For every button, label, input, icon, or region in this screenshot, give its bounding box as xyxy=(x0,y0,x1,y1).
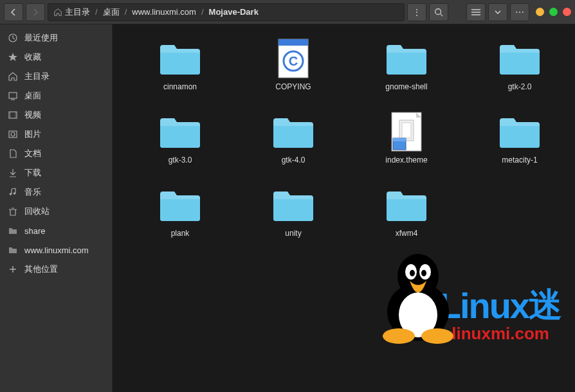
sidebar-item-label: 其他位置 xyxy=(24,263,58,275)
close-button[interactable] xyxy=(563,8,571,16)
folder-icon xyxy=(157,185,203,225)
svg-point-11 xyxy=(10,116,10,117)
list-view-button[interactable] xyxy=(466,3,486,21)
sidebar-item-star[interactable]: 收藏 xyxy=(0,48,112,67)
titlebar: 主目录 / 桌面 / www.linuxmi.com / Mojave-Dark… xyxy=(0,0,575,24)
file-item[interactable]: gnome-shell xyxy=(352,35,461,95)
svg-line-1 xyxy=(441,13,443,16)
content-area[interactable]: cinnamonCOPYINGgnome-shellgtk-2.0gtk-3.0… xyxy=(113,24,575,392)
watermark-logo: Linux迷 xyxy=(439,283,562,328)
watermark-cn: 迷 xyxy=(529,283,562,328)
tux-penguin-icon xyxy=(376,247,460,344)
list-icon xyxy=(471,8,480,16)
sidebar-item-video[interactable]: 视频 xyxy=(0,105,112,125)
chevron-down-icon xyxy=(495,10,501,14)
breadcrumb-segment[interactable]: 主目录 xyxy=(64,6,91,18)
home-icon xyxy=(53,8,62,17)
svg-point-16 xyxy=(11,132,15,136)
folder-icon xyxy=(497,39,543,78)
trash-icon xyxy=(8,206,18,217)
dots-vertical-icon: ⋮ xyxy=(412,7,421,17)
minimize-button[interactable] xyxy=(536,8,544,16)
clock-icon xyxy=(8,33,18,43)
file-icon xyxy=(383,112,430,152)
sidebar-item-plus[interactable]: 其他位置 xyxy=(0,260,112,279)
svg-rect-6 xyxy=(9,93,17,98)
file-label: gtk-3.0 xyxy=(169,156,192,165)
documents-icon xyxy=(8,148,18,159)
maximize-button[interactable] xyxy=(549,8,558,16)
file-item[interactable]: plank xyxy=(125,181,235,242)
home-icon xyxy=(8,71,18,82)
video-icon xyxy=(8,110,18,120)
folder-icon xyxy=(8,245,18,255)
svg-point-22 xyxy=(405,264,417,280)
folder-icon xyxy=(8,226,18,236)
folder-icon xyxy=(497,112,543,152)
sidebar-item-label: 桌面 xyxy=(24,90,41,102)
file-item[interactable]: COPYING xyxy=(239,35,348,95)
pictures-icon xyxy=(8,129,18,139)
breadcrumb-segment[interactable]: 桌面 xyxy=(102,6,121,18)
forward-button[interactable] xyxy=(26,3,45,21)
file-item[interactable]: gtk-3.0 xyxy=(125,108,235,168)
file-item[interactable]: xfwm4 xyxy=(352,181,461,242)
svg-point-25 xyxy=(421,270,426,276)
sidebar-item-label: 图片 xyxy=(24,129,41,140)
svg-point-14 xyxy=(15,116,15,117)
file-manager-window: 主目录 / 桌面 / www.linuxmi.com / Mojave-Dark… xyxy=(0,0,575,392)
file-label: cinnamon xyxy=(163,82,197,91)
sidebar-item-documents[interactable]: 文档 xyxy=(0,144,112,163)
svg-point-20 xyxy=(397,254,439,299)
svg-point-21 xyxy=(399,292,437,337)
folder-icon xyxy=(383,185,430,225)
sidebar-item-home[interactable]: 主目录 xyxy=(0,67,112,86)
more-vertical-button[interactable]: ⋮ xyxy=(407,3,426,21)
breadcrumb-separator: / xyxy=(93,7,100,17)
file-label: unity xyxy=(285,229,301,238)
file-item[interactable]: gtk-4.0 xyxy=(239,108,348,168)
file-label: metacity-1 xyxy=(502,156,537,165)
svg-point-9 xyxy=(10,112,10,113)
sidebar-item-label: 下载 xyxy=(24,167,41,179)
folder-icon xyxy=(383,39,430,78)
sidebar-item-trash[interactable]: 回收站 xyxy=(0,202,112,221)
breadcrumb-separator: / xyxy=(199,7,206,17)
sidebar-item-download[interactable]: 下载 xyxy=(0,163,112,183)
sidebar-item-music[interactable]: 音乐 xyxy=(0,183,112,202)
plus-icon xyxy=(8,264,18,274)
breadcrumb[interactable]: 主目录 / 桌面 / www.linuxmi.com / Mojave-Dark xyxy=(48,3,405,21)
sidebar-item-pictures[interactable]: 图片 xyxy=(0,125,112,144)
menu-button[interactable]: ⋯ xyxy=(510,3,529,21)
folder-icon xyxy=(270,112,316,152)
file-item[interactable]: cinnamon xyxy=(125,35,235,95)
svg-point-13 xyxy=(15,114,15,115)
sidebar-item-desktop[interactable]: 桌面 xyxy=(0,86,112,105)
breadcrumb-segment[interactable]: www.linuxmi.com xyxy=(131,7,197,17)
view-dropdown-button[interactable] xyxy=(488,3,507,21)
chevron-right-icon xyxy=(32,8,39,16)
back-button[interactable] xyxy=(4,3,23,21)
sidebar-item-label: 文档 xyxy=(24,148,41,159)
file-item[interactable]: gtk-2.0 xyxy=(465,35,574,95)
file-item[interactable]: metacity-1 xyxy=(465,108,574,168)
sidebar-item-clock[interactable]: 最近使用 xyxy=(0,28,112,48)
svg-point-23 xyxy=(419,264,431,280)
breadcrumb-separator: / xyxy=(122,7,130,17)
file-label: gtk-4.0 xyxy=(282,156,306,165)
dots-horizontal-icon: ⋯ xyxy=(515,7,524,17)
music-icon xyxy=(8,187,18,197)
search-button[interactable] xyxy=(429,3,448,21)
sidebar-item-label: 收藏 xyxy=(24,51,41,63)
sidebar-item-folder[interactable]: share xyxy=(0,221,112,240)
download-icon xyxy=(8,168,18,178)
window-body: 最近使用收藏主目录桌面视频图片文档下载音乐回收站sharewww.linuxmi… xyxy=(0,24,575,392)
watermark-url: www.linuxmi.com xyxy=(408,324,549,344)
svg-point-24 xyxy=(410,270,415,276)
file-label: gnome-shell xyxy=(385,82,427,91)
file-item[interactable]: index.theme xyxy=(352,108,461,168)
file-item[interactable]: unity xyxy=(239,181,348,242)
sidebar-item-label: 回收站 xyxy=(24,206,50,217)
breadcrumb-segment-current[interactable]: Mojave-Dark xyxy=(208,7,260,17)
sidebar-item-folder[interactable]: www.linuxmi.com xyxy=(0,240,112,260)
